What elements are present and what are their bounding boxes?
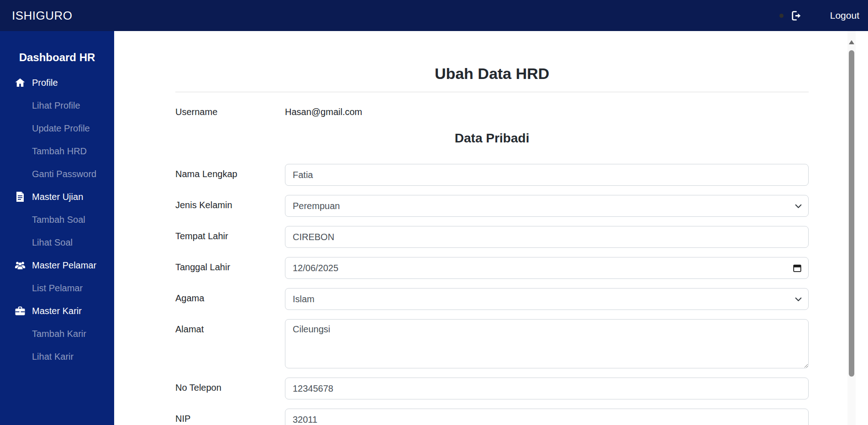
field-label: No Telepon — [175, 378, 285, 399]
navbar-right-cluster: Logout — [779, 10, 868, 22]
form-row-tanggal-lahir: Tanggal Lahir — [175, 257, 809, 279]
form-row-nama-lengkap: Nama Lengkap — [175, 164, 809, 186]
sidebar-nav: Profile Lihat Profile Update Profile Tam… — [0, 71, 114, 368]
field-label: Tempat Lahir — [175, 226, 285, 248]
agama-select[interactable]: Islam — [285, 288, 809, 310]
sidebar-item-label: Lihat Soal — [32, 237, 73, 248]
sidebar-item-label: Lihat Karir — [32, 352, 74, 362]
sidebar-item-label: Master Ujian — [32, 192, 83, 202]
sidebar-item-tambah-hrd[interactable]: Tambah HRD — [0, 140, 114, 163]
sidebar-title: Dashboard HR — [0, 51, 114, 65]
field-label: Agama — [175, 288, 285, 310]
field-label: Nama Lengkap — [175, 164, 285, 186]
nama-lengkap-input[interactable] — [285, 164, 809, 186]
users-icon — [15, 260, 26, 271]
top-navbar: ISHIGURO Logout — [0, 0, 868, 31]
username-row: Username Hasan@gmail.com — [175, 107, 809, 117]
briefcase-icon — [15, 305, 26, 316]
page-title: Ubah Data HRD — [175, 31, 809, 83]
status-dot — [779, 14, 784, 18]
nip-input[interactable] — [285, 409, 809, 425]
form-row-jenis-kelamin: Jenis Kelamin Perempuan — [175, 195, 809, 217]
field-label: Jenis Kelamin — [175, 195, 285, 217]
field-label: NIP — [175, 409, 285, 425]
no-telepon-input[interactable] — [285, 378, 809, 399]
form-row-tempat-lahir: Tempat Lahir — [175, 226, 809, 248]
sidebar-item-master-pelamar[interactable]: Master Pelamar — [0, 254, 114, 277]
username-label: Username — [175, 107, 285, 117]
sidebar-item-lihat-soal[interactable]: Lihat Soal — [0, 231, 114, 254]
sidebar-item-label: Update Profile — [32, 123, 90, 134]
sign-out-icon[interactable] — [789, 10, 802, 22]
sidebar-item-update-profile[interactable]: Update Profile — [0, 117, 114, 140]
section-title: Data Pribadi — [175, 131, 809, 146]
sidebar-item-ganti-password[interactable]: Ganti Password — [0, 163, 114, 185]
sidebar-item-label: Ganti Password — [32, 169, 96, 179]
hrd-form: Nama Lengkap Jenis Kelamin Perempuan — [175, 164, 809, 425]
title-divider — [175, 92, 809, 92]
sidebar-item-tambah-soal[interactable]: Tambah Soal — [0, 208, 114, 231]
form-row-alamat: Alamat Cileungsi — [175, 319, 809, 368]
sidebar-item-label: Profile — [32, 78, 58, 88]
sidebar-item-master-ujian[interactable]: Master Ujian — [0, 185, 114, 208]
sidebar-item-list-pelamar[interactable]: List Pelamar — [0, 277, 114, 299]
sidebar-item-label: Tambah Soal — [32, 215, 85, 225]
home-icon — [15, 77, 26, 88]
logout-button[interactable]: Logout — [830, 10, 859, 21]
sidebar-item-label: Master Pelamar — [32, 260, 96, 271]
sidebar-item-master-karir[interactable]: Master Karir — [0, 299, 114, 322]
scrollbar-thumb[interactable] — [849, 50, 854, 377]
form-row-nip: NIP — [175, 409, 809, 425]
tanggal-lahir-input[interactable] — [285, 257, 809, 279]
form-row-no-telepon: No Telepon — [175, 378, 809, 399]
sidebar-item-label: Lihat Profile — [32, 100, 80, 111]
sidebar-item-label: Tambah HRD — [32, 146, 87, 157]
sidebar-item-tambah-karir[interactable]: Tambah Karir — [0, 322, 114, 345]
username-value: Hasan@gmail.com — [285, 107, 362, 117]
sidebar-item-label: Tambah Karir — [32, 329, 86, 339]
file-icon — [15, 191, 26, 202]
calendar-icon[interactable] — [792, 263, 802, 275]
sidebar-item-lihat-profile[interactable]: Lihat Profile — [0, 94, 114, 117]
sidebar-item-profile[interactable]: Profile — [0, 71, 114, 94]
scroll-up-arrow[interactable] — [849, 40, 854, 44]
sidebar-item-label: Master Karir — [32, 306, 82, 316]
sidebar-item-lihat-karir[interactable]: Lihat Karir — [0, 345, 114, 368]
field-label: Tanggal Lahir — [175, 257, 285, 279]
tempat-lahir-input[interactable] — [285, 226, 809, 248]
form-row-agama: Agama Islam — [175, 288, 809, 310]
jenis-kelamin-select[interactable]: Perempuan — [285, 195, 809, 217]
vertical-scrollbar[interactable] — [847, 31, 856, 425]
sidebar: Dashboard HR Profile Lihat Profile Updat… — [0, 31, 114, 425]
brand-logo: ISHIGURO — [0, 9, 73, 23]
field-label: Alamat — [175, 319, 285, 368]
main-content: Ubah Data HRD Username Hasan@gmail.com D… — [114, 31, 868, 425]
sidebar-item-label: List Pelamar — [32, 283, 83, 294]
alamat-textarea[interactable]: Cileungsi — [285, 319, 809, 368]
